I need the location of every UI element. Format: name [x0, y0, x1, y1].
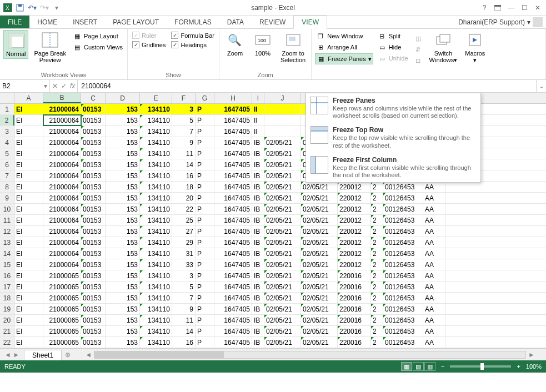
cell[interactable]: P	[196, 315, 214, 325]
cancel-icon[interactable]: ✕	[52, 82, 58, 90]
cell[interactable]: 00126453	[383, 248, 423, 259]
row-header[interactable]: 3	[0, 126, 14, 137]
cell[interactable]: 00153	[81, 282, 106, 292]
split-button[interactable]: ⊟Split	[377, 31, 409, 41]
cell[interactable]: 153	[106, 248, 140, 259]
cell[interactable]: 9	[172, 304, 196, 314]
cell[interactable]: 00153	[81, 237, 106, 248]
custom-views-button[interactable]: ▤Custom Views	[72, 42, 124, 52]
row-header[interactable]: 13	[0, 237, 14, 248]
cell[interactable]: 134110	[140, 237, 172, 248]
cell[interactable]: 02/05/21	[264, 315, 301, 325]
undo-icon[interactable]: ↶▾	[27, 2, 38, 13]
row-header[interactable]: 7	[0, 170, 14, 181]
cell[interactable]: 02/05/21	[301, 315, 338, 325]
row-header[interactable]: 9	[0, 193, 14, 203]
cell[interactable]: AA	[423, 326, 445, 336]
cell[interactable]: IB	[252, 204, 264, 214]
cell[interactable]: 00126453	[383, 259, 423, 270]
cell[interactable]: 00153	[81, 337, 106, 348]
cell[interactable]: IB	[252, 215, 264, 225]
cell[interactable]: 1647405	[214, 193, 252, 203]
cell[interactable]: 2	[371, 259, 383, 270]
cell[interactable]: 220016	[338, 270, 371, 281]
cell[interactable]: IB	[252, 293, 264, 303]
cell[interactable]: 153	[106, 282, 140, 292]
cell[interactable]: 153	[106, 159, 140, 170]
cell[interactable]: 220012	[338, 193, 371, 203]
cell[interactable]: 1647405	[214, 204, 252, 214]
column-header[interactable]: H	[214, 93, 252, 103]
cell[interactable]: P	[196, 282, 214, 292]
cell[interactable]: 02/05/21	[301, 248, 338, 259]
cell[interactable]: 21000064	[43, 104, 81, 114]
cell[interactable]: 2	[371, 315, 383, 325]
cell[interactable]: 1647405	[214, 137, 252, 148]
cell[interactable]: 00153	[81, 104, 106, 114]
cell[interactable]: P	[196, 237, 214, 248]
cell[interactable]: 21000064	[43, 193, 81, 203]
cell[interactable]: EI	[14, 115, 43, 125]
cell[interactable]: 220012	[338, 259, 371, 270]
cell[interactable]: 7	[172, 126, 196, 137]
cell[interactable]: 31	[172, 248, 196, 259]
zoom-to-selection-button[interactable]: Zoom to Selection	[278, 30, 308, 64]
cell[interactable]: P	[196, 215, 214, 225]
close-icon[interactable]: ✕	[532, 2, 544, 13]
cell[interactable]: 02/05/21	[301, 337, 338, 348]
cell[interactable]: 134110	[140, 215, 172, 225]
cell[interactable]: 21000064	[43, 148, 81, 159]
maximize-icon[interactable]: ☐	[518, 2, 530, 13]
cell[interactable]: 134110	[140, 326, 172, 336]
cell[interactable]: 02/05/21	[264, 282, 301, 292]
row-header[interactable]: 16	[0, 270, 14, 281]
row-header[interactable]: 20	[0, 315, 14, 325]
freeze-panes-button[interactable]: ▦Freeze Panes▾	[315, 53, 373, 64]
cell[interactable]: AA	[423, 226, 445, 237]
cell[interactable]: II	[252, 126, 264, 137]
cell[interactable]: 16	[172, 337, 196, 348]
cell[interactable]: 02/05/21	[264, 293, 301, 303]
switch-windows-button[interactable]: Switch Windows▾	[427, 30, 460, 64]
tab-formulas[interactable]: FORMULAS	[167, 16, 219, 28]
cell[interactable]: 00153	[81, 126, 106, 137]
cell[interactable]: AA	[423, 237, 445, 248]
cell[interactable]: 220012	[338, 182, 371, 192]
cell[interactable]: 1647405	[214, 226, 252, 237]
cell[interactable]: 153	[106, 193, 140, 203]
cell[interactable]: 153	[106, 137, 140, 148]
cell[interactable]: 21000064	[43, 126, 81, 137]
cell[interactable]: 134110	[140, 104, 172, 114]
cell[interactable]: AA	[423, 270, 445, 281]
cell[interactable]: 134110	[140, 159, 172, 170]
new-window-button[interactable]: ❐New Window	[315, 31, 373, 41]
row-header[interactable]: 5	[0, 148, 14, 159]
zoom-slider[interactable]	[450, 365, 511, 368]
cell[interactable]: 153	[106, 148, 140, 159]
row-header[interactable]: 8	[0, 182, 14, 192]
cell[interactable]: 00153	[81, 137, 106, 148]
cell[interactable]: 02/05/21	[264, 304, 301, 314]
tab-file[interactable]: FILE	[0, 16, 29, 28]
cell[interactable]: IB	[252, 248, 264, 259]
zoom-in-button[interactable]: +	[517, 363, 520, 370]
cell[interactable]: 153	[106, 215, 140, 225]
cell[interactable]: 21000064	[43, 226, 81, 237]
cell[interactable]: 134110	[140, 137, 172, 148]
cell[interactable]: 14	[172, 326, 196, 336]
cell[interactable]: 11	[172, 315, 196, 325]
cell[interactable]: IB	[252, 137, 264, 148]
cell[interactable]: 02/05/21	[301, 270, 338, 281]
cell[interactable]: 00153	[81, 293, 106, 303]
page-layout-icon-status[interactable]: ▤	[413, 362, 424, 371]
cell[interactable]: 02/05/21	[264, 170, 301, 181]
enter-icon[interactable]: ✓	[61, 82, 67, 90]
cell[interactable]: 02/05/21	[264, 226, 301, 237]
cell[interactable]: IB	[252, 259, 264, 270]
row-header[interactable]: 18	[0, 293, 14, 303]
cell[interactable]: 153	[106, 226, 140, 237]
excel-icon[interactable]: X	[2, 2, 13, 13]
cell[interactable]: 00126453	[383, 182, 423, 192]
cell[interactable]: P	[196, 159, 214, 170]
cell[interactable]: 21000064	[43, 204, 81, 214]
